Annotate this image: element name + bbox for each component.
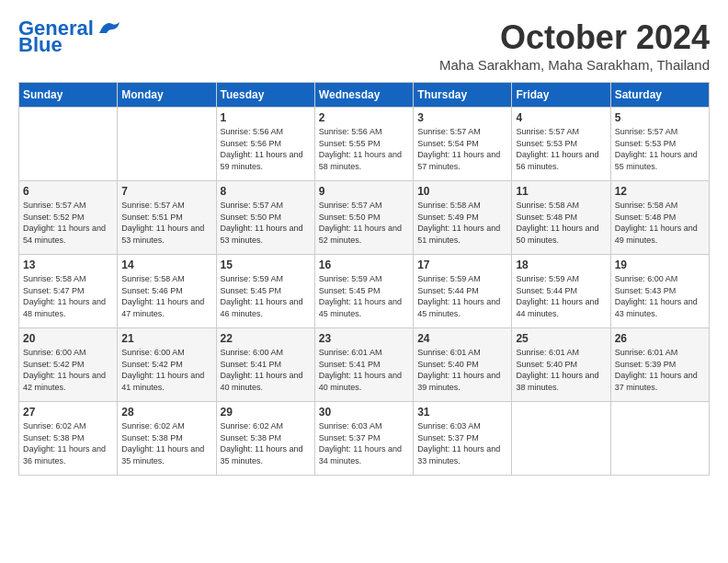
- day-info: Sunrise: 6:01 AM Sunset: 5:40 PM Dayligh…: [516, 347, 606, 393]
- day-number: 8: [221, 185, 311, 198]
- calendar-day-cell: 18Sunrise: 5:59 AM Sunset: 5:44 PM Dayli…: [512, 255, 610, 328]
- day-number: 27: [23, 406, 113, 419]
- calendar-day-cell: 15Sunrise: 5:59 AM Sunset: 5:45 PM Dayli…: [216, 255, 314, 328]
- weekday-header-cell: Monday: [118, 83, 216, 108]
- day-info: Sunrise: 5:58 AM Sunset: 5:46 PM Dayligh…: [121, 273, 211, 319]
- day-info: Sunrise: 5:59 AM Sunset: 5:45 PM Dayligh…: [319, 273, 409, 319]
- day-number: 24: [417, 332, 507, 345]
- calendar-day-cell: 1Sunrise: 5:56 AM Sunset: 5:56 PM Daylig…: [216, 108, 314, 181]
- calendar-day-cell: 3Sunrise: 5:57 AM Sunset: 5:54 PM Daylig…: [414, 108, 512, 181]
- calendar-day-cell: 31Sunrise: 6:03 AM Sunset: 5:37 PM Dayli…: [414, 402, 512, 476]
- day-number: 2: [319, 111, 409, 124]
- calendar-day-cell: 14Sunrise: 5:58 AM Sunset: 5:46 PM Dayli…: [118, 255, 216, 328]
- location-title: Maha Sarakham, Maha Sarakham, Thailand: [439, 57, 710, 73]
- logo-bird-icon: [96, 17, 121, 37]
- day-number: 12: [615, 185, 705, 198]
- calendar-day-cell: 6Sunrise: 5:57 AM Sunset: 5:52 PM Daylig…: [19, 181, 118, 255]
- day-number: 9: [319, 185, 409, 198]
- day-info: Sunrise: 5:58 AM Sunset: 5:47 PM Dayligh…: [23, 273, 113, 319]
- day-info: Sunrise: 5:57 AM Sunset: 5:52 PM Dayligh…: [23, 200, 113, 246]
- day-number: 29: [221, 406, 311, 419]
- day-info: Sunrise: 5:57 AM Sunset: 5:51 PM Dayligh…: [121, 200, 211, 246]
- calendar-week-row: 20Sunrise: 6:00 AM Sunset: 5:42 PM Dayli…: [19, 328, 710, 402]
- calendar-day-cell: 13Sunrise: 5:58 AM Sunset: 5:47 PM Dayli…: [19, 255, 118, 328]
- day-number: 13: [23, 259, 113, 271]
- day-number: 14: [121, 259, 211, 271]
- day-number: 1: [221, 111, 311, 124]
- month-title: October 2024: [439, 18, 710, 57]
- day-number: 19: [615, 259, 705, 271]
- day-info: Sunrise: 5:59 AM Sunset: 5:44 PM Dayligh…: [516, 273, 606, 319]
- calendar-day-cell: 8Sunrise: 5:57 AM Sunset: 5:50 PM Daylig…: [216, 181, 314, 255]
- day-number: 31: [417, 406, 507, 419]
- day-info: Sunrise: 6:02 AM Sunset: 5:38 PM Dayligh…: [23, 420, 113, 466]
- calendar-day-cell: 7Sunrise: 5:57 AM Sunset: 5:51 PM Daylig…: [118, 181, 216, 255]
- day-info: Sunrise: 6:02 AM Sunset: 5:38 PM Dayligh…: [121, 420, 211, 466]
- calendar-day-cell: 12Sunrise: 5:58 AM Sunset: 5:48 PM Dayli…: [610, 181, 709, 255]
- weekday-header-cell: Friday: [512, 83, 610, 108]
- weekday-header-cell: Thursday: [414, 83, 512, 108]
- calendar-day-cell: 19Sunrise: 6:00 AM Sunset: 5:43 PM Dayli…: [610, 255, 709, 328]
- calendar-day-cell: 9Sunrise: 5:57 AM Sunset: 5:50 PM Daylig…: [314, 181, 413, 255]
- day-number: 21: [121, 332, 211, 345]
- day-number: 16: [319, 259, 409, 271]
- day-number: 3: [417, 111, 507, 124]
- day-number: 7: [121, 185, 211, 198]
- day-number: 23: [319, 332, 409, 345]
- day-info: Sunrise: 6:02 AM Sunset: 5:38 PM Dayligh…: [221, 420, 311, 466]
- weekday-header-cell: Tuesday: [216, 83, 314, 108]
- day-info: Sunrise: 5:57 AM Sunset: 5:53 PM Dayligh…: [615, 126, 705, 172]
- day-number: 26: [615, 332, 705, 345]
- calendar-week-row: 6Sunrise: 5:57 AM Sunset: 5:52 PM Daylig…: [19, 181, 710, 255]
- calendar-day-cell: [19, 108, 118, 181]
- day-number: 6: [23, 185, 113, 198]
- day-number: 30: [319, 406, 409, 419]
- calendar-week-row: 13Sunrise: 5:58 AM Sunset: 5:47 PM Dayli…: [19, 255, 710, 328]
- calendar-day-cell: 29Sunrise: 6:02 AM Sunset: 5:38 PM Dayli…: [216, 402, 314, 476]
- day-info: Sunrise: 6:00 AM Sunset: 5:43 PM Dayligh…: [615, 273, 705, 319]
- calendar-day-cell: 10Sunrise: 5:58 AM Sunset: 5:49 PM Dayli…: [414, 181, 512, 255]
- day-info: Sunrise: 5:57 AM Sunset: 5:54 PM Dayligh…: [417, 126, 507, 172]
- day-info: Sunrise: 6:01 AM Sunset: 5:39 PM Dayligh…: [615, 347, 705, 393]
- day-info: Sunrise: 6:00 AM Sunset: 5:41 PM Dayligh…: [221, 347, 311, 393]
- day-number: 17: [417, 259, 507, 271]
- weekday-header-cell: Wednesday: [314, 83, 413, 108]
- page-header: General Blue October 2024 Maha Sarakham,…: [18, 18, 710, 73]
- calendar-day-cell: 30Sunrise: 6:03 AM Sunset: 5:37 PM Dayli…: [314, 402, 413, 476]
- day-number: 25: [516, 332, 606, 345]
- day-info: Sunrise: 5:59 AM Sunset: 5:44 PM Dayligh…: [417, 273, 507, 319]
- day-info: Sunrise: 5:56 AM Sunset: 5:55 PM Dayligh…: [319, 126, 409, 172]
- calendar-day-cell: 28Sunrise: 6:02 AM Sunset: 5:38 PM Dayli…: [118, 402, 216, 476]
- day-number: 22: [221, 332, 311, 345]
- day-info: Sunrise: 6:01 AM Sunset: 5:40 PM Dayligh…: [417, 347, 507, 393]
- calendar-day-cell: [610, 402, 709, 476]
- calendar-day-cell: [118, 108, 216, 181]
- weekday-header-cell: Sunday: [19, 83, 118, 108]
- calendar-week-row: 27Sunrise: 6:02 AM Sunset: 5:38 PM Dayli…: [19, 402, 710, 476]
- day-info: Sunrise: 6:03 AM Sunset: 5:37 PM Dayligh…: [319, 420, 409, 466]
- calendar-day-cell: 2Sunrise: 5:56 AM Sunset: 5:55 PM Daylig…: [314, 108, 413, 181]
- day-info: Sunrise: 6:00 AM Sunset: 5:42 PM Dayligh…: [23, 347, 113, 393]
- calendar-day-cell: [512, 402, 610, 476]
- calendar-day-cell: 4Sunrise: 5:57 AM Sunset: 5:53 PM Daylig…: [512, 108, 610, 181]
- day-info: Sunrise: 5:58 AM Sunset: 5:48 PM Dayligh…: [615, 200, 705, 246]
- day-number: 28: [121, 406, 211, 419]
- day-number: 4: [516, 111, 606, 124]
- calendar-day-cell: 26Sunrise: 6:01 AM Sunset: 5:39 PM Dayli…: [610, 328, 709, 402]
- day-info: Sunrise: 6:00 AM Sunset: 5:42 PM Dayligh…: [121, 347, 211, 393]
- day-info: Sunrise: 5:58 AM Sunset: 5:48 PM Dayligh…: [516, 200, 606, 246]
- day-number: 5: [615, 111, 705, 124]
- day-number: 20: [23, 332, 113, 345]
- calendar-day-cell: 17Sunrise: 5:59 AM Sunset: 5:44 PM Dayli…: [414, 255, 512, 328]
- day-info: Sunrise: 5:57 AM Sunset: 5:50 PM Dayligh…: [319, 200, 409, 246]
- calendar-day-cell: 16Sunrise: 5:59 AM Sunset: 5:45 PM Dayli…: [314, 255, 413, 328]
- calendar-body: 1Sunrise: 5:56 AM Sunset: 5:56 PM Daylig…: [19, 108, 710, 476]
- day-info: Sunrise: 5:58 AM Sunset: 5:49 PM Dayligh…: [417, 200, 507, 246]
- day-number: 18: [516, 259, 606, 271]
- day-info: Sunrise: 5:59 AM Sunset: 5:45 PM Dayligh…: [221, 273, 311, 319]
- calendar-day-cell: 24Sunrise: 6:01 AM Sunset: 5:40 PM Dayli…: [414, 328, 512, 402]
- calendar-day-cell: 11Sunrise: 5:58 AM Sunset: 5:48 PM Dayli…: [512, 181, 610, 255]
- logo-text2: Blue: [18, 35, 63, 55]
- day-info: Sunrise: 6:03 AM Sunset: 5:37 PM Dayligh…: [417, 420, 507, 466]
- day-info: Sunrise: 5:57 AM Sunset: 5:53 PM Dayligh…: [516, 126, 606, 172]
